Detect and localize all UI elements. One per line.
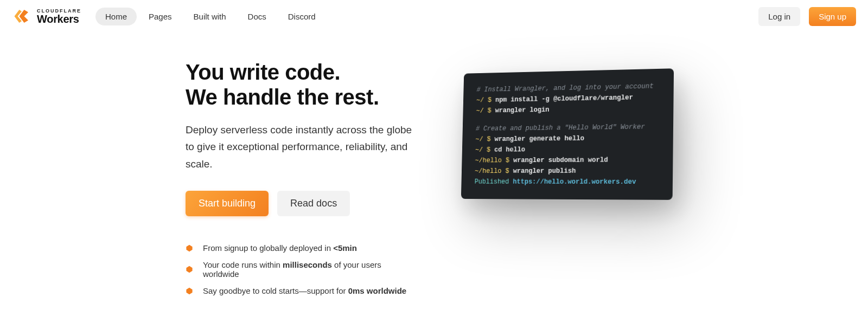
terminal-comment: # Create and publish a "Hello World" Wor… [476,121,659,134]
terminal-line: ~/ $ cd hello [475,144,659,156]
terminal-line: ~/ $ wrangler generate hello [475,132,659,145]
start-building-button[interactable]: Start building [186,191,269,216]
logo[interactable]: CLOUDFLARE Workers [12,7,81,26]
feature-item: Your code runs within milliseconds of yo… [186,260,419,279]
nav-item-built-with[interactable]: Built with [184,8,236,25]
headline-line1: You write code. [186,60,340,84]
hexagon-icon [186,244,193,252]
feature-item: From signup to globally deployed in <5mi… [186,243,419,253]
headline-line2: We handle the rest. [186,85,379,109]
terminal-output: Published https://hello.world.workers.de… [475,177,659,188]
read-docs-button[interactable]: Read docs [277,191,350,216]
nav-item-home[interactable]: Home [95,8,137,25]
hexagon-icon [186,287,193,295]
cta-row: Start building Read docs [186,191,419,216]
signup-button[interactable]: Sign up [809,7,856,26]
hero-content: You write code. We handle the rest. Depl… [186,60,419,295]
nav-item-pages[interactable]: Pages [139,8,182,25]
terminal-line: ~/hello $ wrangler publish [475,165,659,176]
headline: You write code. We handle the rest. [186,60,419,109]
nav-links: Home Pages Built with Docs Discord [95,8,326,25]
feature-text: Your code runs within milliseconds of yo… [203,260,419,279]
logo-text: CLOUDFLARE Workers [37,9,81,24]
feature-text: Say goodbye to cold starts—support for 0… [203,286,406,295]
hexagon-icon [186,266,193,273]
svg-marker-2 [186,244,192,251]
terminal-line: ~/hello $ wrangler subdomain world [475,154,659,166]
svg-marker-4 [186,287,192,294]
terminal-wrap: # Install Wrangler, and log into your ac… [457,60,674,295]
nav-item-discord[interactable]: Discord [278,8,326,25]
hero-section: You write code. We handle the rest. Depl… [0,33,868,295]
subhead: Deploy serverless code instantly across … [186,121,419,172]
feature-text: From signup to globally deployed in <5mi… [203,243,357,253]
feature-list: From signup to globally deployed in <5mi… [186,243,419,295]
nav-item-docs[interactable]: Docs [238,8,276,25]
svg-marker-3 [186,266,192,273]
login-button[interactable]: Log in [758,7,800,26]
top-nav: CLOUDFLARE Workers Home Pages Built with… [0,0,868,33]
terminal: # Install Wrangler, and log into your ac… [461,68,674,200]
feature-item: Say goodbye to cold starts—support for 0… [186,286,419,295]
logo-brand-large: Workers [37,14,81,24]
cloudflare-logo-icon [12,7,31,26]
